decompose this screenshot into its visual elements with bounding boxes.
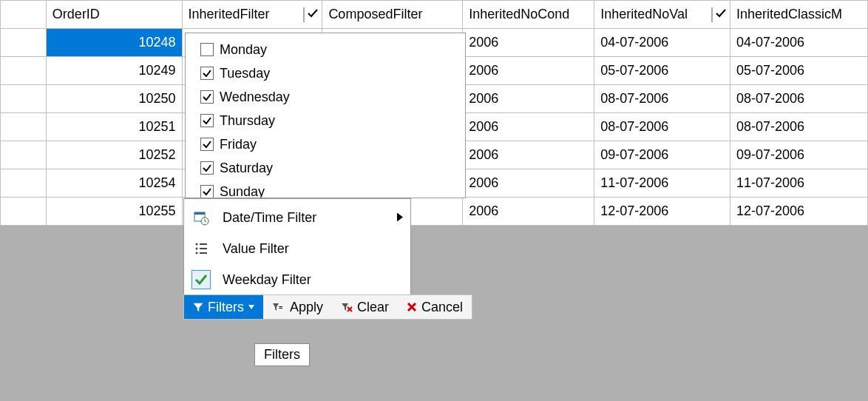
row-header-cell[interactable] bbox=[1, 85, 47, 113]
checkbox[interactable] bbox=[200, 138, 214, 151]
cell-orderid[interactable]: 10255 bbox=[46, 198, 182, 226]
column-header-inheritednoval[interactable]: InheritedNoVal bbox=[594, 1, 730, 29]
weekday-option[interactable]: Wednesday bbox=[200, 85, 450, 109]
menu-item-datetime-filter[interactable]: Date/Time Filter bbox=[184, 202, 410, 233]
weekday-label: Saturday bbox=[220, 161, 273, 176]
column-header-orderid[interactable]: OrderID bbox=[46, 1, 182, 29]
column-menu-separator-icon bbox=[302, 7, 305, 22]
weekday-label: Sunday bbox=[220, 184, 265, 199]
clear-filter-icon bbox=[341, 302, 353, 312]
checkbox[interactable] bbox=[200, 185, 214, 198]
checkmark-icon[interactable] bbox=[307, 7, 319, 19]
cancel-button[interactable]: Cancel bbox=[398, 295, 472, 319]
menu-item-value-filter[interactable]: Value Filter bbox=[184, 233, 410, 264]
weekday-filter-icon bbox=[191, 270, 211, 289]
cell-inheritednocond[interactable]: 2006 bbox=[463, 113, 594, 141]
cell-inheritednocond[interactable]: 2006 bbox=[463, 198, 594, 226]
cell-orderid[interactable]: 10249 bbox=[46, 57, 182, 85]
row-header-cell[interactable] bbox=[1, 169, 47, 198]
checkmark-icon[interactable] bbox=[715, 7, 727, 19]
apply-filter-icon: = bbox=[272, 302, 285, 312]
cell-orderid[interactable]: 10248 bbox=[46, 29, 182, 57]
weekday-option[interactable]: Thursday bbox=[200, 109, 450, 132]
value-filter-icon bbox=[191, 239, 211, 258]
weekday-option[interactable]: Monday bbox=[200, 38, 450, 61]
cell-inheritedclassic[interactable]: 11-07-2006 bbox=[730, 169, 868, 198]
cell-inheritedclassic[interactable]: 05-07-2006 bbox=[730, 57, 868, 85]
cell-inheritedclassic[interactable]: 04-07-2006 bbox=[730, 29, 868, 57]
datetime-filter-icon bbox=[191, 208, 211, 227]
cell-inheritedclassic[interactable]: 08-07-2006 bbox=[730, 85, 868, 113]
tooltip: Filters bbox=[254, 343, 310, 366]
cell-inheritednocond[interactable]: 2006 bbox=[463, 29, 594, 57]
menu-item-label: Date/Time Filter bbox=[223, 210, 316, 226]
cell-inheritednocond[interactable]: 2006 bbox=[463, 141, 594, 169]
weekday-label: Thursday bbox=[220, 113, 275, 129]
row-header-cell[interactable] bbox=[1, 57, 47, 85]
row-header-cell[interactable] bbox=[1, 113, 47, 141]
cell-orderid[interactable]: 10252 bbox=[46, 141, 182, 169]
svg-text:=: = bbox=[279, 304, 282, 311]
column-header-label: ComposedFilter bbox=[328, 7, 422, 21]
menu-item-label: Weekday Filter bbox=[223, 272, 311, 288]
cell-orderid[interactable]: 10250 bbox=[46, 85, 182, 113]
cell-inheritednocond[interactable]: 2006 bbox=[463, 169, 594, 198]
column-menu-separator-icon bbox=[711, 7, 713, 22]
filters-dropdown-button[interactable]: Filters bbox=[184, 295, 263, 319]
checkbox[interactable] bbox=[200, 114, 214, 127]
tooltip-text: Filters bbox=[264, 347, 300, 362]
cell-inheritednoval[interactable]: 09-07-2006 bbox=[594, 141, 730, 169]
cell-inheritedclassic[interactable]: 09-07-2006 bbox=[730, 141, 868, 169]
weekday-label: Tuesday bbox=[220, 66, 270, 81]
cell-inheritedclassic[interactable]: 08-07-2006 bbox=[730, 113, 868, 141]
svg-point-5 bbox=[196, 243, 198, 246]
cell-inheritednoval[interactable]: 05-07-2006 bbox=[594, 57, 730, 85]
weekday-option[interactable]: Saturday bbox=[200, 156, 450, 180]
button-label: Clear bbox=[357, 300, 389, 315]
row-header-cell[interactable] bbox=[1, 198, 47, 226]
cell-inheritednocond[interactable]: 2006 bbox=[463, 57, 594, 85]
cell-inheritednocond[interactable]: 2006 bbox=[463, 85, 594, 113]
cell-inheritednoval[interactable]: 12-07-2006 bbox=[594, 198, 730, 226]
submenu-arrow-icon bbox=[397, 210, 403, 226]
weekday-option[interactable]: Friday bbox=[200, 132, 450, 156]
checkbox[interactable] bbox=[200, 43, 214, 56]
weekday-option[interactable]: Sunday bbox=[200, 180, 450, 198]
column-header-composedfilter[interactable]: ComposedFilter bbox=[322, 1, 463, 29]
column-header-inheritednocond[interactable]: InheritedNoCond bbox=[463, 1, 594, 29]
column-header-label: OrderID bbox=[52, 7, 100, 21]
button-label: Cancel bbox=[421, 300, 463, 315]
cell-inheritednoval[interactable]: 11-07-2006 bbox=[594, 169, 730, 198]
button-label: Apply bbox=[290, 300, 323, 315]
cell-orderid[interactable]: 10254 bbox=[46, 169, 182, 198]
clear-button[interactable]: Clear bbox=[332, 295, 398, 319]
cell-inheritednoval[interactable]: 08-07-2006 bbox=[594, 85, 730, 113]
row-header-cell[interactable] bbox=[1, 29, 47, 57]
cell-inheritedclassic[interactable]: 12-07-2006 bbox=[730, 198, 868, 226]
svg-point-9 bbox=[196, 252, 198, 255]
weekday-filter-panel[interactable]: MondayTuesdayWednesdayThursdayFridaySatu… bbox=[185, 33, 466, 198]
weekday-option[interactable]: Tuesday bbox=[200, 61, 450, 85]
weekday-label: Friday bbox=[220, 137, 257, 152]
filter-type-menu[interactable]: Date/Time Filter Value Filter Weekday Fi… bbox=[183, 198, 411, 299]
row-header-cell[interactable] bbox=[1, 141, 47, 169]
column-header-inheritedclassic[interactable]: InheritedClassicM bbox=[730, 1, 868, 29]
cell-inheritednoval[interactable]: 04-07-2006 bbox=[594, 29, 730, 57]
weekday-label: Wednesday bbox=[220, 90, 290, 105]
cell-orderid[interactable]: 10251 bbox=[46, 113, 182, 141]
checkbox[interactable] bbox=[200, 67, 214, 80]
checkbox[interactable] bbox=[200, 161, 214, 175]
svg-point-7 bbox=[196, 248, 198, 250]
chevron-down-icon bbox=[248, 305, 254, 309]
button-label: Filters bbox=[208, 300, 244, 315]
column-header-label: InheritedNoCond bbox=[469, 7, 569, 21]
funnel-icon bbox=[193, 302, 203, 312]
apply-button[interactable]: = Apply bbox=[263, 295, 332, 319]
column-header-label: InheritedNoVal bbox=[600, 7, 688, 21]
menu-item-weekday-filter[interactable]: Weekday Filter bbox=[184, 264, 410, 295]
checkbox[interactable] bbox=[200, 90, 214, 104]
svg-rect-3 bbox=[194, 212, 205, 215]
cell-inheritednoval[interactable]: 08-07-2006 bbox=[594, 113, 730, 141]
table-row[interactable]: 10255200612-07-200612-07-2006 bbox=[1, 198, 868, 226]
column-header-inheritedfilter[interactable]: InheritedFilter bbox=[182, 1, 322, 29]
